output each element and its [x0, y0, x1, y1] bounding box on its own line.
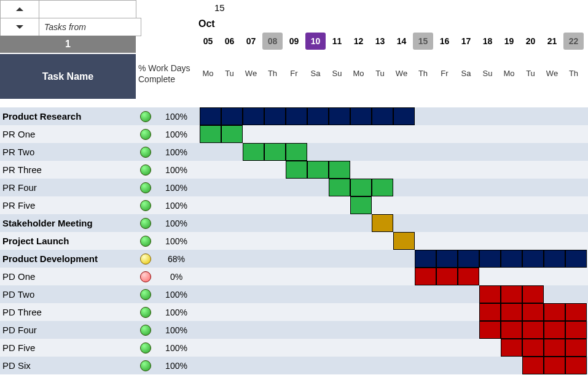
- day-header-17[interactable]: 17: [456, 33, 476, 50]
- task-row[interactable]: PR Four100%: [0, 179, 588, 196]
- day-header-16[interactable]: 16: [434, 33, 455, 50]
- day-header-11[interactable]: 11: [327, 33, 347, 50]
- gantt-bar-segment[interactable]: [522, 250, 544, 268]
- gantt-bar-segment[interactable]: [458, 250, 479, 268]
- gantt-bar-segment[interactable]: [522, 285, 544, 303]
- gantt-bar-segment[interactable]: [393, 107, 415, 125]
- gantt-bar-segment[interactable]: [565, 250, 587, 268]
- dow-label: We: [391, 63, 412, 85]
- gantt-bar-segment[interactable]: [479, 321, 501, 339]
- status-dot-icon: [140, 164, 151, 176]
- day-header-14[interactable]: 14: [391, 33, 412, 50]
- gantt-bar-segment[interactable]: [329, 179, 350, 196]
- gantt-bar-segment[interactable]: [479, 303, 501, 321]
- gantt-bar-segment[interactable]: [565, 321, 587, 339]
- gantt-bar-segment[interactable]: [565, 303, 587, 321]
- gantt-bar-segment[interactable]: [522, 303, 544, 321]
- gantt-bar-segment[interactable]: [544, 250, 565, 268]
- day-header-13[interactable]: 13: [370, 33, 390, 50]
- gantt-cell: [415, 125, 436, 143]
- gantt-cell: [286, 232, 307, 250]
- gantt-bar-segment[interactable]: [522, 357, 544, 374]
- task-row[interactable]: PD One0%: [0, 268, 588, 285]
- day-header-07[interactable]: 07: [241, 33, 261, 50]
- gantt-bar-segment[interactable]: [243, 107, 264, 125]
- gantt-bar-segment[interactable]: [200, 107, 221, 125]
- gantt-bar-segment[interactable]: [221, 107, 243, 125]
- task-row[interactable]: PR Three100%: [0, 161, 588, 179]
- gantt-bar-segment[interactable]: [393, 232, 415, 250]
- day-header-18[interactable]: 18: [477, 33, 498, 50]
- gantt-bar-segment[interactable]: [436, 268, 458, 285]
- gantt-cell: [479, 285, 501, 303]
- gantt-bar-segment[interactable]: [415, 268, 436, 285]
- task-row[interactable]: PR Two100%: [0, 143, 588, 161]
- gantt-bar-segment[interactable]: [544, 339, 565, 357]
- day-header-21[interactable]: 21: [542, 33, 562, 50]
- gantt-bar-segment[interactable]: [264, 143, 286, 161]
- task-row[interactable]: Stakeholder Meeting100%: [0, 214, 588, 232]
- gantt-bar-segment[interactable]: [522, 321, 544, 339]
- gantt-bar-segment[interactable]: [501, 250, 522, 268]
- nav-down-button[interactable]: [0, 18, 39, 36]
- gantt-bar-segment[interactable]: [436, 250, 458, 268]
- gantt-bar-segment[interactable]: [501, 321, 522, 339]
- gantt-bar-segment[interactable]: [522, 339, 544, 357]
- task-row[interactable]: PD Four100%: [0, 321, 588, 339]
- gantt-bar-segment[interactable]: [565, 339, 587, 357]
- nav-up-button[interactable]: [0, 0, 39, 18]
- gantt-bar-segment[interactable]: [501, 339, 522, 357]
- gantt-bar-segment[interactable]: [479, 250, 501, 268]
- gantt-bar-segment[interactable]: [415, 250, 436, 268]
- gantt-cell: [372, 125, 393, 143]
- task-row[interactable]: Product Development68%: [0, 250, 588, 268]
- day-header-10[interactable]: 10: [305, 33, 326, 50]
- gantt-bar-segment[interactable]: [544, 321, 565, 339]
- gantt-bar-segment[interactable]: [458, 268, 479, 285]
- day-header-22[interactable]: 22: [563, 33, 584, 50]
- gantt-bar-segment[interactable]: [372, 214, 393, 232]
- gantt-bar-segment[interactable]: [307, 161, 329, 179]
- task-row[interactable]: Project Launch100%: [0, 232, 588, 250]
- day-header-08[interactable]: 08: [262, 33, 283, 50]
- task-row[interactable]: PD Five100%: [0, 339, 588, 357]
- gantt-cell: [458, 125, 479, 143]
- gantt-bar-segment[interactable]: [286, 143, 307, 161]
- gantt-bar-segment[interactable]: [501, 285, 522, 303]
- gantt-bar-segment[interactable]: [544, 303, 565, 321]
- gantt-cell: [221, 125, 243, 143]
- task-row[interactable]: PD Three100%: [0, 303, 588, 321]
- gantt-bar-segment[interactable]: [286, 161, 307, 179]
- task-row[interactable]: PR Five100%: [0, 196, 588, 214]
- gantt-bar-segment[interactable]: [329, 107, 350, 125]
- gantt-bar-segment[interactable]: [479, 285, 501, 303]
- gantt-bar-segment[interactable]: [544, 357, 565, 374]
- gantt-bar-segment[interactable]: [243, 143, 264, 161]
- day-header-15[interactable]: 15: [413, 33, 433, 50]
- gantt-bar-segment[interactable]: [350, 107, 372, 125]
- gantt-bar-segment[interactable]: [350, 196, 372, 214]
- gantt-bar-segment[interactable]: [372, 107, 393, 125]
- gantt-bar-segment[interactable]: [286, 107, 307, 125]
- gantt-bar-segment[interactable]: [307, 107, 329, 125]
- gantt-bar-segment[interactable]: [372, 179, 393, 196]
- gantt-cell: [243, 196, 264, 214]
- day-header-20[interactable]: 20: [520, 33, 541, 50]
- gantt-bar-segment[interactable]: [501, 303, 522, 321]
- task-row[interactable]: PD Two100%: [0, 285, 588, 303]
- day-header-06[interactable]: 06: [219, 33, 240, 50]
- gantt-bar-segment[interactable]: [264, 107, 286, 125]
- gantt-bar-segment[interactable]: [200, 125, 221, 143]
- gantt-bar-segment[interactable]: [329, 161, 350, 179]
- day-header-09[interactable]: 09: [284, 33, 304, 50]
- gantt-track: [200, 357, 588, 374]
- gantt-bar-segment[interactable]: [221, 125, 243, 143]
- gantt-bar-segment[interactable]: [350, 179, 372, 196]
- day-header-19[interactable]: 19: [499, 33, 519, 50]
- task-row[interactable]: PD Six100%: [0, 357, 588, 374]
- day-header-05[interactable]: 05: [198, 33, 218, 50]
- task-row[interactable]: PR One100%: [0, 125, 588, 143]
- task-row[interactable]: Product Research100%: [0, 107, 588, 125]
- day-header-12[interactable]: 12: [348, 33, 369, 50]
- gantt-bar-segment[interactable]: [565, 357, 587, 374]
